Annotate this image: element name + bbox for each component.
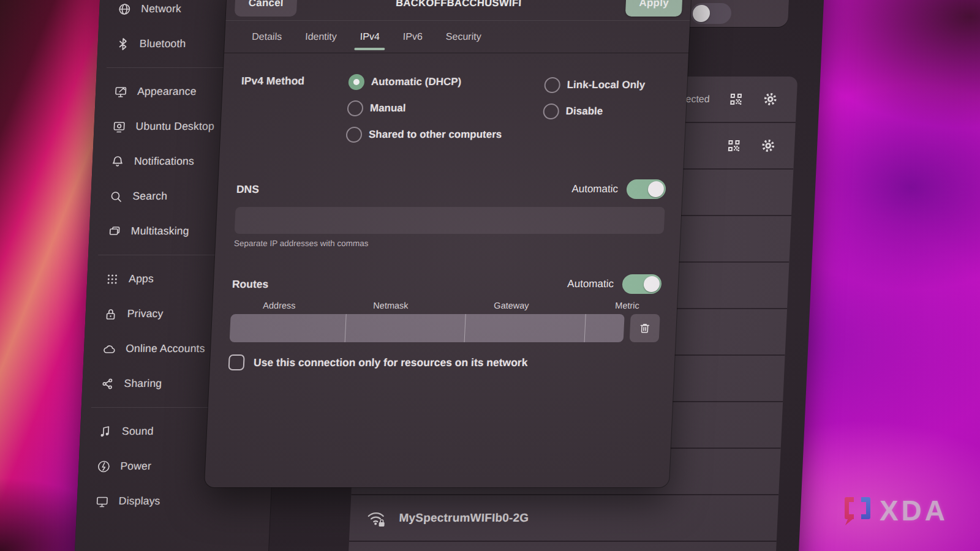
tab-identity[interactable]: Identity	[304, 21, 337, 53]
sidebar-label: Appearance	[137, 85, 197, 98]
xda-logo-text: XDA	[880, 494, 948, 527]
dns-automatic-toggle[interactable]	[626, 179, 666, 199]
sidebar-label: Privacy	[127, 307, 164, 320]
radio-shared[interactable]: Shared to other computers	[345, 126, 542, 144]
display-icon	[95, 495, 109, 508]
tab-security[interactable]: Security	[445, 21, 482, 53]
wifi-toggle[interactable]	[690, 3, 732, 24]
sidebar-label: Network	[141, 2, 182, 15]
lock-icon	[104, 307, 118, 321]
sidebar-label: Power	[120, 460, 152, 473]
photographed-screen: Network Bluetooth Appearance Ubuntu Desk…	[0, 0, 980, 551]
ipv4-method-label: IPv4 Method	[238, 73, 349, 152]
route-gateway-input[interactable]	[464, 314, 586, 342]
routes-column-headers: Address Netmask Gateway Metric	[231, 301, 661, 310]
routes-col-metric: Metric	[589, 301, 639, 310]
sidebar-item-displays[interactable]: Displays	[77, 484, 272, 519]
radio-automatic-dhcp[interactable]: Automatic (DHCP)	[348, 73, 545, 91]
ipv4-panel: IPv4 Method Automatic (DHCP) Manual S	[210, 53, 689, 370]
toggle-knob	[643, 276, 660, 292]
multitasking-icon	[107, 225, 121, 238]
apps-grid-icon	[105, 272, 119, 286]
dns-label: DNS	[236, 183, 259, 196]
network-row-myspectrum[interactable]: MySpectrumWIFIb0-2G	[349, 495, 778, 542]
checkbox-label: Use this connection only for resources o…	[254, 356, 528, 369]
connection-dialog: Cancel BACKOFFBACCHUSWIFI Apply Details …	[205, 0, 692, 487]
sidebar-label: Online Accounts	[126, 342, 205, 355]
checkbox-indicator	[228, 354, 245, 370]
radio-indicator	[543, 103, 559, 119]
music-note-icon	[99, 425, 113, 438]
network-settings-button[interactable]	[760, 89, 782, 110]
wifi-lock-icon	[366, 509, 386, 527]
routes-automatic-label: Automatic	[567, 278, 614, 290]
gear-icon	[761, 138, 776, 153]
routes-section-header: Routes Automatic	[232, 274, 662, 294]
network-name: MySpectrumWIFIb0-2G	[399, 511, 529, 525]
sidebar-label: Apps	[129, 272, 154, 285]
radio-link-local[interactable]: Link-Local Only	[544, 76, 671, 94]
sidebar-label: Sharing	[124, 377, 162, 390]
tab-ipv4[interactable]: IPv4	[360, 21, 380, 53]
radio-indicator	[544, 77, 560, 93]
sidebar-label: Multitasking	[130, 225, 189, 238]
sidebar-label: Notifications	[134, 155, 195, 168]
ubuntu-desktop-icon	[112, 120, 126, 133]
radio-manual[interactable]: Manual	[347, 99, 543, 118]
routes-col-netmask: Netmask	[347, 301, 467, 310]
appearance-icon	[114, 85, 128, 99]
gear-icon	[763, 92, 778, 107]
dns-automatic-label: Automatic	[571, 183, 619, 195]
route-address-input[interactable]	[230, 314, 347, 342]
dns-section-header: DNS Automatic	[236, 179, 666, 200]
sidebar-label: Search	[132, 190, 168, 203]
toggle-knob	[692, 5, 710, 22]
ipv4-method-section: IPv4 Method Automatic (DHCP) Manual S	[238, 73, 671, 152]
routes-col-gateway: Gateway	[467, 301, 590, 310]
routes-label: Routes	[232, 278, 268, 291]
bell-icon	[111, 155, 125, 168]
network-settings-button[interactable]	[757, 135, 779, 156]
route-delete-button[interactable]	[630, 314, 660, 342]
cloud-icon	[102, 342, 116, 356]
tab-details[interactable]: Details	[251, 21, 282, 53]
search-icon	[109, 190, 123, 203]
power-icon	[97, 460, 111, 473]
sidebar-label: Sound	[122, 425, 154, 438]
share-icon	[100, 377, 115, 391]
dialog-header: Cancel BACKOFFBACCHUSWIFI Apply	[225, 0, 692, 21]
radio-indicator	[348, 74, 364, 90]
routes-col-address: Address	[231, 301, 348, 310]
route-netmask-input[interactable]	[345, 314, 466, 342]
bluetooth-icon	[116, 37, 130, 51]
dns-input[interactable]	[235, 207, 665, 234]
tab-ipv6[interactable]: IPv6	[402, 21, 423, 53]
radio-disable[interactable]: Disable	[543, 102, 669, 121]
dialog-title: BACKOFFBACCHUSWIFI	[226, 0, 691, 9]
sidebar-label: Bluetooth	[139, 37, 186, 50]
routes-automatic-toggle[interactable]	[622, 274, 662, 294]
route-metric-input[interactable]	[585, 314, 625, 342]
connection-scope-option[interactable]: Use this connection only for resources o…	[228, 354, 658, 370]
qr-code-icon	[727, 139, 741, 152]
radio-indicator	[347, 100, 363, 116]
dialog-tabs: Details Identity IPv4 IPv6 Security	[224, 21, 690, 53]
desktop: Network Bluetooth Appearance Ubuntu Desk…	[0, 0, 980, 551]
toggle-knob	[647, 181, 664, 197]
network-icon	[118, 2, 132, 16]
qr-code-icon	[729, 92, 743, 106]
radio-indicator	[345, 127, 362, 143]
xda-logo-icon	[842, 493, 873, 528]
sidebar-label: Ubuntu Desktop	[135, 120, 214, 133]
trash-icon	[638, 322, 651, 334]
network-row[interactable]	[348, 542, 776, 551]
route-entry-row	[230, 314, 660, 342]
xda-watermark: XDA	[842, 493, 948, 528]
qr-code-button[interactable]	[723, 135, 745, 156]
qr-code-button[interactable]	[725, 89, 747, 110]
sidebar-label: Displays	[118, 495, 160, 508]
dns-helper-text: Separate IP addresses with commas	[234, 239, 664, 248]
